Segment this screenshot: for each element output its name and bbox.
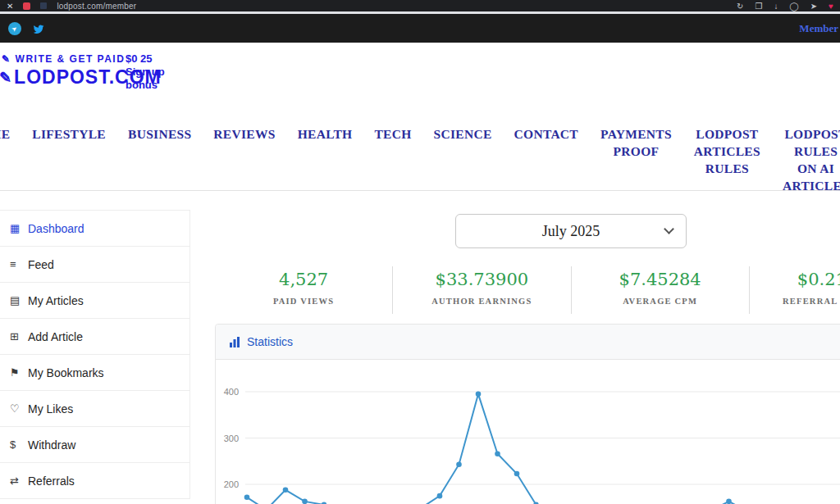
bonus-amount: $0 25 [126, 52, 165, 66]
sidebar-item-my-bookmarks[interactable]: ⚑ My Bookmarks [0, 355, 189, 391]
sidebar-item-label: My Bookmarks [28, 366, 104, 379]
social-bar: ➤ Member [0, 14, 840, 43]
telegram-plane-glyph: ➤ [10, 25, 19, 34]
month-select-value: July 2025 [542, 223, 600, 240]
stat-paid-views: 4,527 PAID VIEWS [215, 266, 392, 314]
url-text[interactable]: lodpost.com/member [57, 2, 136, 11]
screen: ✕ lodpost.com/member ↻ ❐ ↓ ◯ ➤ ♥ ➤ Membe… [0, 0, 840, 504]
nav-item-lodpost-articles-rules[interactable]: LODPOST ARTICLES RULES [694, 125, 760, 177]
statistics-card: Statistics 100200300400 [215, 324, 840, 504]
svg-text:400: 400 [224, 387, 239, 397]
content-area: ▦ Dashboard ≡ Feed ▤ My Articles ⊞ Add A… [0, 191, 840, 504]
sidebar-item-label: Referrals [28, 474, 75, 488]
money-icon: $ [10, 438, 28, 451]
statistics-card-header: Statistics [216, 325, 840, 360]
chevron-down-icon [664, 224, 674, 234]
stat-label: PAID VIEWS [215, 297, 392, 306]
member-sidebar: ▦ Dashboard ≡ Feed ▤ My Articles ⊞ Add A… [0, 210, 190, 499]
stat-average-cpm: $7.45284 AVERAGE CPM [571, 266, 749, 314]
stats-row: 4,527 PAID VIEWS $33.73900 AUTHOR EARNIN… [215, 266, 840, 314]
add-square-icon: ⊞ [10, 330, 28, 343]
sidebar-item-label: My Articles [28, 294, 84, 307]
bar-chart-icon [229, 336, 240, 347]
statistics-card-body: 100200300400 [216, 360, 840, 504]
stat-label: AVERAGE CPM [572, 297, 749, 306]
svg-text:300: 300 [224, 434, 239, 443]
nav-item-home[interactable]: HOME [0, 125, 10, 143]
svg-text:200: 200 [224, 479, 239, 489]
document-icon: ▤ [10, 294, 28, 306]
dashboard-main: July 2025 4,527 PAID VIEWS $33.73900 AUT… [190, 191, 840, 504]
refresh-icon[interactable]: ↻ [737, 2, 743, 11]
sidebar-item-my-articles[interactable]: ▤ My Articles [0, 283, 189, 319]
feed-list-icon: ≡ [10, 258, 28, 270]
sidebar-item-dashboard[interactable]: ▦ Dashboard [0, 211, 189, 247]
sidebar-item-label: Dashboard [28, 222, 84, 235]
statistics-line-chart[interactable]: 100200300400 [216, 360, 840, 504]
nav-item-contact[interactable]: CONTACT [514, 125, 578, 143]
twitter-icon[interactable] [31, 23, 45, 34]
logo-tagline: WRITE & GET PAID [16, 53, 126, 65]
month-select[interactable]: July 2025 [455, 214, 687, 248]
stat-label: REFERRAL EARNINGS [750, 297, 840, 306]
arrows-swap-icon: ⇄ [10, 474, 28, 487]
sidebar-item-add-article[interactable]: ⊞ Add Article [0, 319, 189, 355]
dashboard-grid-icon: ▦ [10, 222, 28, 234]
sidebar-item-withdraw[interactable]: $ Withdraw [0, 427, 189, 463]
site-header: ✎ WRITE & GET PAID ✎ LODPOST.COM $0 25 S… [0, 43, 840, 111]
stat-label: AUTHOR EARNINGS [393, 297, 570, 306]
browser-address-bar: ✕ lodpost.com/member ↻ ❐ ↓ ◯ ➤ ♥ [0, 0, 840, 11]
nav-item-tech[interactable]: TECH [374, 125, 411, 143]
close-icon[interactable]: ✕ [7, 2, 13, 11]
bookmark-icon: ⚑ [10, 366, 28, 379]
pencil-icon: ✎ [2, 53, 11, 65]
statistics-title: Statistics [247, 335, 293, 348]
sidebar-item-feed[interactable]: ≡ Feed [0, 247, 189, 283]
sidebar-item-label: Add Article [28, 330, 83, 343]
nav-item-reviews[interactable]: REVIEWS [213, 125, 275, 143]
sidebar-item-label: My Likes [28, 402, 73, 415]
bonus-text-1: Sign up [126, 66, 165, 79]
stat-value: $7.45284 [572, 270, 749, 289]
nav-item-health[interactable]: HEALTH [298, 125, 353, 143]
browser-toolbar-icons: ↻ ❐ ↓ ◯ ➤ ♥ [737, 2, 833, 11]
sidebar-item-label: Feed [28, 258, 54, 271]
members-area-link[interactable]: Member [799, 22, 838, 35]
heart-outline-icon: ♡ [10, 402, 28, 415]
nav-item-payments-proof[interactable]: PAYMENTS PROOF [600, 125, 672, 160]
tab-favicon-icon[interactable] [23, 2, 30, 10]
downloads-icon[interactable]: ↓ [774, 2, 778, 11]
sidebar-item-referrals[interactable]: ⇄ Referrals [0, 463, 189, 499]
main-nav: HOME LIFESTYLE BUSINESS REVIEWS HEALTH T… [0, 111, 840, 191]
quill-icon: ✎ [0, 69, 12, 87]
stat-author-earnings: $33.73900 AUTHOR EARNINGS [392, 266, 570, 314]
nav-item-science[interactable]: SCIENCE [434, 125, 492, 143]
nav-item-lodpost-rules-on-ai-articles[interactable]: LODPOST RULES ON AI ARTICLES [783, 125, 840, 191]
nav-item-lifestyle[interactable]: LIFESTYLE [32, 125, 106, 143]
stat-value: $33.73900 [393, 270, 570, 289]
reading-list-icon[interactable]: ❐ [756, 2, 763, 11]
stat-value: $0.21000 [750, 270, 840, 289]
favorite-heart-icon[interactable]: ♥ [829, 2, 833, 11]
signup-bonus: $0 25 Sign up bonus [126, 52, 165, 92]
stat-value: 4,527 [215, 270, 392, 289]
telegram-icon[interactable]: ➤ [8, 22, 21, 35]
sidebar-item-label: Withdraw [28, 438, 75, 452]
site-security-icon [40, 2, 47, 9]
share-icon[interactable]: ➤ [810, 2, 817, 11]
nav-item-business[interactable]: BUSINESS [128, 125, 191, 143]
bonus-text-2: bonus [126, 79, 165, 92]
stat-referral-earnings: $0.21000 REFERRAL EARNINGS [749, 266, 840, 314]
profile-icon[interactable]: ◯ [789, 2, 798, 11]
sidebar-item-my-likes[interactable]: ♡ My Likes [0, 391, 189, 427]
